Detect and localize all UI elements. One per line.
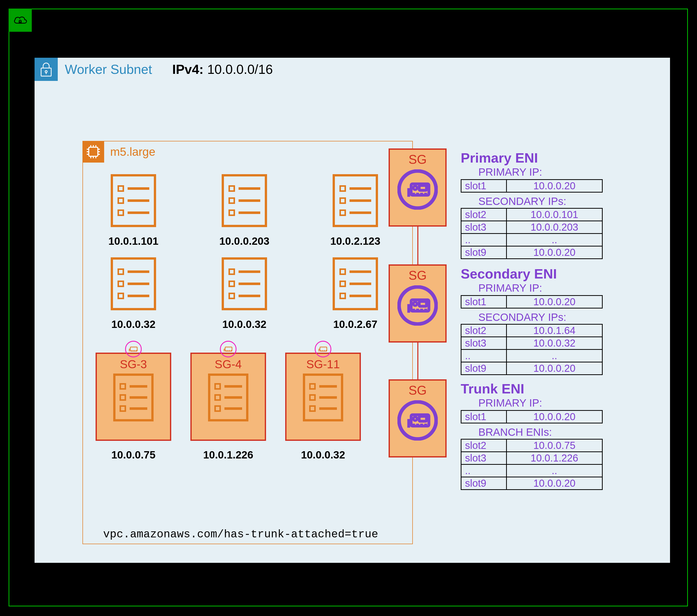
eni-icon <box>397 400 438 440</box>
security-group-box: SG-3 <box>95 352 171 441</box>
security-group-box: SG-11 <box>285 352 361 441</box>
eni-primary-ip-label: PRIMARY IP: <box>478 166 542 178</box>
svg-point-49 <box>414 303 417 305</box>
eni-title: Primary ENI <box>461 150 538 166</box>
pod-icon <box>113 374 153 421</box>
subnet-lock-icon <box>34 58 58 81</box>
sg-pod-item: SG-4 10.0.1.226 <box>188 341 269 461</box>
connector-line <box>417 342 418 379</box>
svg-point-2 <box>45 71 47 73</box>
subnet-title: Worker Subnet <box>65 62 152 77</box>
subnet-cidr: IPv4: 10.0.0.0/16 <box>172 62 273 77</box>
sg-pod-item: SG-11 10.0.0.32 <box>283 341 364 461</box>
branch-eni-icon <box>314 341 331 358</box>
eni-icon <box>397 285 438 326</box>
pod-item: 10.0.2.67 <box>315 257 396 330</box>
eni-secondary-ip-table: slot210.0.1.64slot310.0.0.32....slot910.… <box>461 324 603 375</box>
eni-sg-card: SG <box>389 379 447 457</box>
eni-icon <box>397 169 438 210</box>
instance-box: m5.large 10.0.1.101 10.0.0.203 10.0.2.12… <box>83 141 413 544</box>
pod-ip-label: 10.0.1.101 <box>108 235 159 247</box>
subnet-header: Worker Subnet IPv4: 10.0.0.0/16 <box>34 58 273 81</box>
eni-secondary-ip-table: slot210.0.0.101slot310.0.0.203....slot91… <box>461 208 603 259</box>
svg-rect-1 <box>41 68 51 76</box>
eni-primary-ip-table: slot110.0.0.20 <box>461 410 603 423</box>
pod-icon <box>332 257 378 310</box>
sg-label: SG <box>409 383 427 398</box>
branch-eni-icon <box>220 341 237 358</box>
pod-item: 10.0.0.32 <box>93 257 174 330</box>
eni-secondary-ip-table: slot210.0.0.75slot310.0.1.226....slot910… <box>461 439 603 490</box>
branch-eni-icon <box>125 341 142 358</box>
pod-icon <box>111 257 156 310</box>
instance-tag-line: vpc.amazonaws.com/has-trunk-attached=tru… <box>103 528 378 541</box>
svg-point-29 <box>315 341 331 357</box>
svg-point-41 <box>414 187 417 189</box>
pod-ip-label: 10.0.0.32 <box>111 318 155 330</box>
pod-ip-label: 10.0.0.32 <box>301 449 345 461</box>
vpc-cloud-icon <box>9 9 32 32</box>
eni-primary-ip-label: PRIMARY IP: <box>478 397 542 409</box>
pod-ip-label: 10.0.0.203 <box>219 235 270 247</box>
pod-icon <box>303 374 343 421</box>
eni-secondary-label: SECONDARY IPs: <box>478 311 566 324</box>
svg-rect-50 <box>419 301 427 306</box>
eni-secondary-label: SECONDARY IPs: <box>478 195 566 207</box>
subnet-box: Worker Subnet IPv4: 10.0.0.0/16 m5.large <box>34 58 670 563</box>
pod-item: 10.0.0.203 <box>204 174 285 247</box>
pod-icon <box>222 174 267 227</box>
pod-row: 10.0.0.32 10.0.0.32 10.0.2.67 <box>93 257 403 330</box>
instance-chip-icon <box>83 141 104 163</box>
subnet-cidr-label: IPv4: <box>172 62 204 77</box>
svg-point-23 <box>220 341 236 357</box>
svg-rect-58 <box>419 416 427 421</box>
eni-primary-ip-label: PRIMARY IP: <box>478 282 542 294</box>
vpc-container: Worker Subnet IPv4: 10.0.0.0/16 m5.large <box>9 9 688 606</box>
svg-point-17 <box>125 341 142 357</box>
pod-ip-label: 10.0.2.123 <box>330 235 381 247</box>
pod-item: 10.0.2.123 <box>315 174 396 247</box>
pod-ip-label: 10.0.0.75 <box>111 449 155 461</box>
svg-point-57 <box>414 418 417 420</box>
pod-icon <box>111 174 156 227</box>
pod-row: 10.0.1.101 10.0.0.203 10.0.2.123 <box>93 174 403 247</box>
pod-ip-label: 10.0.1.226 <box>203 449 253 461</box>
pod-ip-label: 10.0.2.67 <box>333 318 377 330</box>
svg-rect-42 <box>419 185 427 190</box>
pod-icon <box>332 174 378 227</box>
pod-grid: 10.0.1.101 10.0.0.203 10.0.2.123 10.0.0.… <box>93 174 403 471</box>
sg-label: SG <box>409 152 427 167</box>
security-group-box: SG-4 <box>190 352 266 441</box>
eni-secondary-label: BRANCH ENIs: <box>478 426 552 438</box>
connector-line <box>417 227 418 265</box>
pod-item: 10.0.0.32 <box>204 257 285 330</box>
sg-label: SG-3 <box>120 357 147 371</box>
eni-sg-card: SG <box>389 265 447 343</box>
eni-title: Secondary ENI <box>461 266 557 282</box>
subnet-cidr-value: 10.0.0.0/16 <box>207 62 273 77</box>
instance-type-label: m5.large <box>110 145 155 159</box>
sg-label: SG-4 <box>214 357 241 371</box>
eni-title: Trunk ENI <box>461 381 524 396</box>
eni-primary-ip-table: slot110.0.0.20 <box>461 179 603 193</box>
sg-label: SG <box>409 268 427 283</box>
eni-sg-card: SG <box>389 148 447 227</box>
eni-primary-ip-table: slot110.0.0.20 <box>461 295 603 309</box>
sg-pod-item: SG-3 10.0.0.75 <box>93 341 174 461</box>
pod-icon <box>208 374 248 421</box>
svg-rect-4 <box>89 147 98 156</box>
pod-icon <box>222 257 267 310</box>
sg-label: SG-11 <box>307 357 340 371</box>
pod-item: 10.0.1.101 <box>93 174 174 247</box>
pod-ip-label: 10.0.0.32 <box>222 318 266 330</box>
sg-pod-row: SG-3 10.0.0.75 SG-4 10.0.1 <box>93 341 403 461</box>
